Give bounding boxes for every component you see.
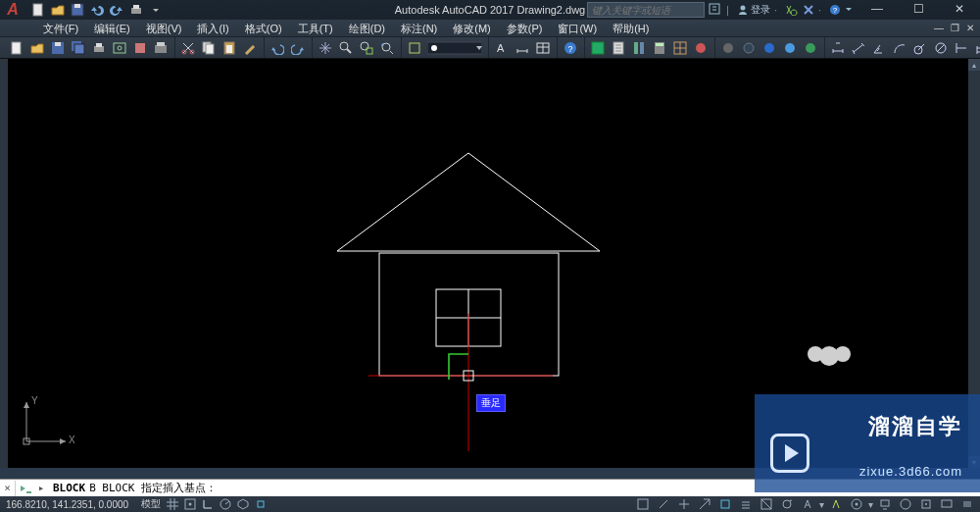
menu-tools[interactable]: 工具(T) xyxy=(290,20,341,36)
dim-baseline-icon[interactable] xyxy=(972,39,980,57)
qat-save-icon[interactable] xyxy=(69,2,86,18)
plot-preview-icon[interactable] xyxy=(110,39,129,57)
qat-new-icon[interactable] xyxy=(29,2,47,18)
close-button[interactable]: ✕ xyxy=(939,0,980,18)
cmdline-history-icon[interactable]: ▸ xyxy=(35,482,47,494)
snap-mode-icon[interactable] xyxy=(181,497,199,511)
osnap-icon[interactable] xyxy=(252,497,270,511)
dim-diameter-icon[interactable] xyxy=(931,39,951,57)
app-store-icon[interactable] xyxy=(803,4,814,16)
cycle-icon[interactable] xyxy=(778,497,796,511)
menu-view[interactable]: 视图(V) xyxy=(138,20,190,36)
model-space-icon[interactable] xyxy=(634,497,652,511)
space-toggle[interactable]: 模型 xyxy=(138,497,164,511)
custom-icon[interactable] xyxy=(958,497,976,511)
lwt-icon[interactable] xyxy=(737,497,755,511)
menu-format[interactable]: 格式(O) xyxy=(237,20,290,36)
menu-insert[interactable]: 插入(I) xyxy=(189,20,236,36)
qat-redo-icon[interactable] xyxy=(108,2,125,18)
minimize-button[interactable]: — xyxy=(857,0,898,18)
scroll-up-icon[interactable]: ▴ xyxy=(968,59,980,71)
help-icon[interactable]: ? xyxy=(829,4,841,16)
infocenter-search-icon[interactable] xyxy=(709,3,722,17)
ann-monitor-icon[interactable] xyxy=(876,497,894,511)
design-center-icon[interactable] xyxy=(670,39,690,57)
menu-draw[interactable]: 绘图(D) xyxy=(341,20,393,36)
dim-ordinate-icon[interactable] xyxy=(952,39,971,57)
dim-style-icon[interactable] xyxy=(513,39,532,57)
zoom-window-icon[interactable] xyxy=(357,39,376,57)
menu-edit[interactable]: 编辑(E) xyxy=(86,20,138,36)
grid-toggle-icon[interactable] xyxy=(164,497,181,511)
mdi-minimize-button[interactable]: — xyxy=(931,21,947,34)
dim-aligned-icon[interactable] xyxy=(849,39,868,57)
redo-icon[interactable] xyxy=(288,39,308,57)
cmdline-close-icon[interactable]: × xyxy=(0,481,16,496)
menu-parametric[interactable]: 参数(P) xyxy=(499,20,551,36)
menu-window[interactable]: 窗口(W) xyxy=(550,20,605,36)
search-input[interactable] xyxy=(587,2,705,18)
zoom-realtime-icon[interactable] xyxy=(336,39,356,57)
globe-lightblue-icon[interactable] xyxy=(780,39,800,57)
osnap2-icon[interactable] xyxy=(716,497,734,511)
dim-radius-icon[interactable] xyxy=(910,39,930,57)
globe-dark-icon[interactable] xyxy=(739,39,759,57)
ann-scale-icon[interactable] xyxy=(799,497,816,511)
layer-dropdown[interactable] xyxy=(425,39,484,57)
dyn-input-icon[interactable] xyxy=(675,497,693,511)
plot-icon[interactable] xyxy=(89,39,109,57)
quickcalc-icon[interactable] xyxy=(650,39,669,57)
block-edit-icon[interactable] xyxy=(405,39,424,57)
qat-undo-icon[interactable] xyxy=(88,2,106,18)
isoplane-icon[interactable] xyxy=(234,497,252,511)
zoom-prev-icon[interactable] xyxy=(377,39,397,57)
ortho-icon[interactable] xyxy=(199,497,217,511)
save-icon[interactable] xyxy=(48,39,68,57)
new-doc-icon[interactable] xyxy=(7,39,26,57)
help-dropdown-icon[interactable] xyxy=(845,4,853,16)
qat-dropdown-icon[interactable] xyxy=(147,2,165,18)
batch-plot-icon[interactable] xyxy=(151,39,171,57)
menu-modify[interactable]: 修改(M) xyxy=(445,20,499,36)
text-style-icon[interactable]: A xyxy=(492,39,512,57)
otrack-icon[interactable] xyxy=(696,497,713,511)
pan-icon[interactable] xyxy=(316,39,335,57)
isolate-icon[interactable] xyxy=(917,497,935,511)
open-doc-icon[interactable] xyxy=(27,39,47,57)
transparency-icon[interactable] xyxy=(758,497,775,511)
cleanscreen-icon[interactable] xyxy=(938,497,956,511)
ws-switch-icon[interactable] xyxy=(848,497,865,511)
table-style-icon[interactable] xyxy=(533,39,553,57)
exchange-icon[interactable] xyxy=(785,4,799,16)
menu-help[interactable]: 帮助(H) xyxy=(605,20,657,36)
undo-icon[interactable] xyxy=(268,39,287,57)
menu-file[interactable]: 文件(F) xyxy=(35,20,86,36)
mdi-restore-button[interactable]: ❐ xyxy=(947,21,962,34)
qat-plot-icon[interactable] xyxy=(127,2,145,18)
qat-open-icon[interactable] xyxy=(49,2,67,18)
copy-icon[interactable] xyxy=(199,39,219,57)
dim-angular-icon[interactable] xyxy=(869,39,889,57)
menu-dimension[interactable]: 标注(N) xyxy=(393,20,445,36)
help-toolbar-icon[interactable]: ? xyxy=(561,39,580,57)
maximize-button[interactable]: ☐ xyxy=(898,0,939,18)
app-logo[interactable]: A xyxy=(0,0,25,20)
ann-vis-icon[interactable] xyxy=(827,497,845,511)
paste-icon[interactable] xyxy=(220,39,239,57)
dim-arc-icon[interactable] xyxy=(890,39,909,57)
login-link[interactable]: 登录 xyxy=(737,3,770,17)
globe-green-icon[interactable] xyxy=(801,39,820,57)
saveall-icon[interactable] xyxy=(69,39,88,57)
hw-accel-icon[interactable] xyxy=(897,497,914,511)
properties-icon[interactable] xyxy=(588,39,608,57)
sheetset-icon[interactable] xyxy=(609,39,628,57)
dim-linear-icon[interactable] xyxy=(828,39,848,57)
cut-icon[interactable] xyxy=(178,39,198,57)
render-icon[interactable] xyxy=(718,39,738,57)
match-prop-icon[interactable] xyxy=(240,39,260,57)
markup-icon[interactable] xyxy=(691,39,710,57)
globe-blue-icon[interactable] xyxy=(760,39,779,57)
qp-icon[interactable] xyxy=(655,497,672,511)
publish-icon[interactable] xyxy=(130,39,150,57)
tool-palette-icon[interactable] xyxy=(629,39,649,57)
